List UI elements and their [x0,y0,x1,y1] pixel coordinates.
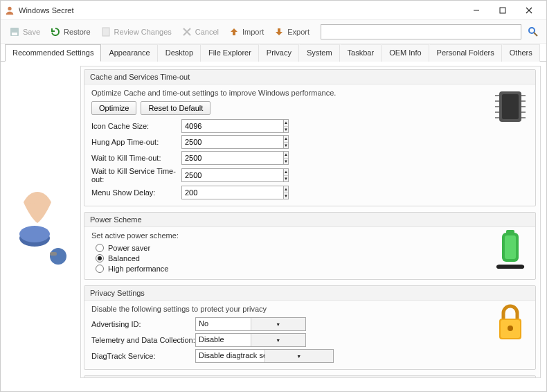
tab-recommended[interactable]: Recommended Settings [5,44,101,62]
menu-delay-input[interactable] [181,186,283,199]
toolbar: Save Restore Review Changes Cancel Impor… [1,20,546,44]
radio-label: Balanced [108,254,140,262]
tab-taskbar[interactable]: Taskbar [340,44,382,62]
review-icon [100,26,111,37]
adv-id-combo[interactable]: No▼ [195,317,306,331]
close-button[interactable] [516,1,542,20]
tab-system[interactable]: System [299,44,340,62]
section-privacy-header: Privacy Settings [84,286,535,301]
tabstrip: Recommended Settings Appearance Desktop … [1,44,546,62]
diagtrack-combo[interactable]: Disable diagtrack service at startup▼ [195,349,334,363]
maximize-button[interactable] [490,1,516,20]
tab-appearance[interactable]: Appearance [101,44,157,62]
radio-label: Power saver [108,244,150,252]
search-icon [528,26,539,37]
spin-up[interactable]: ▲ [284,186,288,193]
adv-id-label: Advertising ID: [91,320,195,328]
cancel-icon [181,26,192,37]
titlebar: Windows Secret [1,1,546,20]
tab-privacy[interactable]: Privacy [259,44,299,62]
search-button[interactable] [526,24,541,39]
spin-down[interactable]: ▼ [284,193,288,199]
main-body: Cache and Services Time-out Optimize Cac… [1,62,546,384]
import-button[interactable]: Import [226,25,267,39]
spin-up[interactable]: ▲ [284,169,288,176]
tab-file-explorer[interactable]: File Explorer [201,44,259,62]
chevron-down-icon: ▼ [251,318,306,330]
review-button[interactable]: Review Changes [98,25,174,39]
chevron-down-icon: ▼ [251,334,306,346]
reset-default-button[interactable]: Reset to Default [141,101,210,115]
spin-down[interactable]: ▼ [284,159,288,165]
tab-oem[interactable]: OEM Info [382,44,429,62]
cache-desc: Optimize Cache and time-out settings to … [91,89,528,97]
diagtrack-value: Disable diagtrack service at startup [196,350,264,362]
section-gaming-header: Gaming [84,376,535,377]
section-power-header: Power Scheme [84,213,535,227]
radio-high-perf[interactable]: High performance [96,265,528,273]
wait-kill-svc-spinner[interactable]: ▲▼ [181,168,271,182]
radio-icon [96,254,104,262]
radio-balanced[interactable]: Balanced [96,254,528,262]
optimize-button[interactable]: Optimize [91,101,136,115]
hung-spinner[interactable]: ▲▼ [181,135,271,149]
hung-input[interactable] [181,135,283,149]
svg-point-15 [38,195,46,204]
tab-others[interactable]: Others [502,44,540,62]
tab-personal-folders[interactable]: Personal Folders [429,44,502,62]
svg-point-35 [508,326,513,331]
minimize-button[interactable] [463,1,490,20]
content-scroll[interactable]: Cache and Services Time-out Optimize Cac… [81,66,540,377]
radio-icon [96,265,104,273]
section-gaming: Gaming Virtualizations-based Security (V… [84,375,536,377]
review-label: Review Changes [114,28,172,36]
icon-cache-spinner[interactable]: ▲▼ [181,119,271,133]
export-label: Export [287,28,310,36]
icon-cache-input[interactable] [181,119,283,133]
svg-rect-7 [102,28,109,36]
wait-kill-svc-label: Wait to Kill Service Time-out: [91,167,181,184]
svg-point-14 [28,195,37,204]
icon-cache-label: Icon Cache Size: [91,122,181,130]
spin-up[interactable]: ▲ [284,152,288,159]
svg-point-0 [8,6,11,10]
radio-power-saver[interactable]: Power saver [96,244,528,252]
menu-delay-spinner[interactable]: ▲▼ [181,186,271,199]
svg-rect-17 [50,252,57,256]
export-button[interactable]: Export [271,25,312,39]
svg-line-11 [534,33,537,36]
wait-kill-label: Wait to Kill Time-out: [91,154,181,162]
spin-down[interactable]: ▼ [284,176,288,182]
telemetry-combo[interactable]: Disable▼ [195,333,306,347]
svg-point-16 [50,248,66,265]
restore-button[interactable]: Restore [47,25,93,39]
spin-up[interactable]: ▲ [284,120,288,127]
search-input[interactable] [321,24,521,39]
lock-icon [492,302,528,344]
tab-desktop[interactable]: Desktop [158,44,201,62]
svg-rect-6 [12,33,17,35]
save-button[interactable]: Save [6,25,43,39]
svg-point-10 [529,28,535,33]
restore-label: Restore [64,28,91,36]
spin-up[interactable]: ▲ [284,136,288,143]
export-icon [274,26,285,37]
spin-down[interactable]: ▼ [284,143,288,149]
spin-down[interactable]: ▼ [284,127,288,133]
wait-kill-input[interactable] [181,151,283,165]
import-label: Import [242,28,264,36]
cancel-button[interactable]: Cancel [179,25,222,39]
adv-id-value: No [196,318,251,330]
diagtrack-label: DiagTrack Service: [91,352,195,360]
chip-icon [492,86,528,127]
side-panel [1,62,80,384]
window-title: Windows Secret [19,6,73,15]
menu-delay-label: Menu Show Delay: [91,188,181,197]
wait-kill-svc-input[interactable] [181,168,283,182]
side-illustration-icon [10,175,72,271]
battery-icon [492,229,528,270]
wait-kill-spinner[interactable]: ▲▼ [181,151,271,165]
svg-rect-2 [500,8,505,13]
privacy-desc: Disable the following settings to protec… [91,305,528,313]
svg-rect-31 [506,230,514,234]
